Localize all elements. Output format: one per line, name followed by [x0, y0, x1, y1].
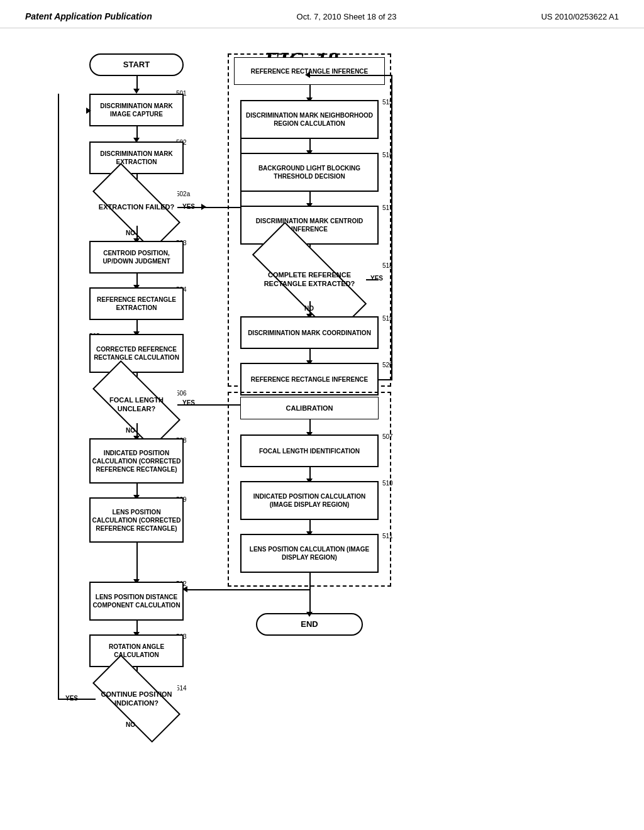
- node-512: LENS POSITION DISTANCE COMPONENT CALCULA…: [89, 582, 184, 621]
- node-502a: EXTRACTION FAILED?: [96, 188, 177, 226]
- page-header: Patent Application Publication Oct. 7, 2…: [0, 0, 644, 28]
- node-506: FOCAL LENGTH UNCLEAR?: [96, 385, 177, 423]
- node-505: CORRECTED REFERENCE RECTANGLE CALCULATIO…: [89, 334, 184, 373]
- step-507-label: 507: [382, 433, 393, 440]
- header-patent-number: US 2010/0253622 A1: [541, 12, 619, 21]
- node-516: BACKGROUND LIGHT BLOCKING THRESHOLD DECI…: [240, 153, 379, 192]
- node-507: FOCAL LENGTH IDENTIFICATION: [240, 434, 379, 467]
- header-publication: Patent Application Publication: [25, 11, 152, 21]
- node-518: COMPLETE REFERENCE RECTANGLE EXTRACTED?: [253, 257, 366, 301]
- node-515: DISCRIMINATION MARK NEIGHBORHOOD REGION …: [240, 100, 379, 139]
- node-508: INDICATED POSITION CALCULATION (CORRECTE…: [89, 438, 184, 484]
- node-520: REFERENCE RECTANGLE INFERENCE: [240, 363, 379, 396]
- label-514-no: NO: [126, 721, 135, 728]
- step-502a-label: 502a: [176, 191, 190, 197]
- calibration-box: CALIBRATION: [240, 397, 379, 419]
- label-502a-no: NO: [126, 230, 135, 236]
- step-514-label: 514: [176, 685, 187, 692]
- node-509: LENS POSITION CALCULATION (CORRECTED REF…: [89, 497, 184, 543]
- node-502: DISCRIMINATION MARK EXTRACTION: [89, 141, 184, 174]
- label-518-yes: YES: [370, 275, 383, 282]
- ref-rect-inference-title: REFERENCE RECTANGLE INFERENCE: [234, 57, 385, 85]
- start-box: START: [89, 53, 184, 76]
- node-511: LENS POSITION CALCULATION (IMAGE DISPLAY…: [240, 534, 379, 573]
- node-510: INDICATED POSITION CALCULATION (IMAGE DI…: [240, 481, 379, 520]
- node-519: DISCRIMINATION MARK COORDINATION: [240, 316, 379, 349]
- header-date-sheet: Oct. 7, 2010 Sheet 18 of 23: [297, 12, 397, 21]
- main-content: FIG. 18 START 501 DISCRIMINATION MARK IM…: [0, 28, 644, 802]
- node-513: ROTATION ANGLE CALCULATION: [89, 634, 184, 667]
- node-514: CONTINUE POSITION INDICATION?: [96, 680, 177, 717]
- step-506-label: 506: [176, 390, 187, 397]
- step-510-label: 510: [382, 480, 393, 487]
- flowchart: START 501 DISCRIMINATION MARK IMAGE CAPT…: [33, 47, 611, 783]
- step-511-label: 511: [382, 533, 393, 540]
- node-501: DISCRIMINATION MARK IMAGE CAPTURE: [89, 94, 184, 126]
- node-503: CENTROID POSITION, UP/DOWN JUDGMENT: [89, 241, 184, 274]
- node-504: REFERENCE RECTANGLE EXTRACTION: [89, 287, 184, 320]
- node-517: DISCRIMINATION MARK CENTROID INFERENCE: [240, 206, 379, 245]
- label-506-no: NO: [126, 427, 135, 434]
